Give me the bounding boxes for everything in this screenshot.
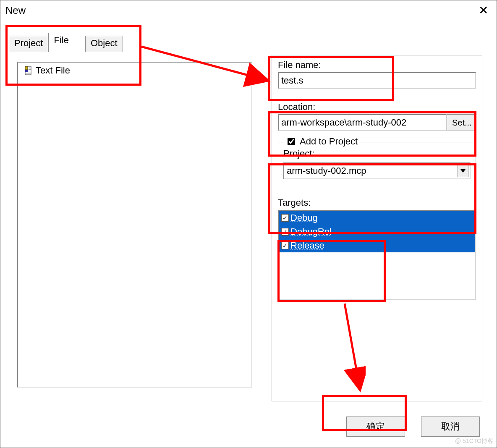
watermark: @ 51CTO博客: [455, 438, 493, 445]
project-label: Project:: [283, 148, 471, 159]
location-label: Location:: [278, 102, 476, 113]
file-name-label: File name:: [278, 60, 476, 71]
list-item[interactable]: Text File: [20, 65, 250, 76]
target-row[interactable]: ✓ Release: [279, 238, 475, 252]
titlebar: New ✕: [0, 0, 497, 19]
target-label: Debug: [290, 212, 318, 223]
add-to-project-label: Add to Project: [300, 136, 358, 147]
target-checkbox[interactable]: ✓: [281, 242, 289, 249]
dialog-body: Project File Object Text File: [7, 26, 490, 406]
file-name-field[interactable]: [278, 72, 476, 89]
project-selected-text: arm-study-002.mcp: [284, 165, 458, 176]
targets-label: Targets:: [278, 197, 476, 208]
target-checkbox[interactable]: ✓: [281, 228, 289, 236]
close-icon[interactable]: ✕: [474, 5, 492, 16]
dialog-buttons: 确定 取消: [346, 417, 480, 437]
target-label: Release: [290, 240, 324, 251]
svg-marker-6: [460, 169, 466, 173]
targets-list[interactable]: ✓ Debug ✓ DebugRel ✓ Release: [278, 210, 476, 300]
svg-rect-1: [25, 66, 28, 70]
target-checkbox[interactable]: ✓: [281, 214, 289, 222]
text-file-icon: [24, 66, 33, 75]
add-to-project-group: Add to Project Project: arm-study-002.mc…: [278, 142, 476, 187]
target-label: DebugRel: [290, 226, 332, 237]
text-file-label: Text File: [36, 65, 70, 76]
window-title: New: [5, 5, 26, 16]
location-field[interactable]: [278, 114, 447, 131]
right-panel: File name: Location: Set... Add to Proje…: [272, 55, 482, 401]
add-to-project-checkbox[interactable]: [288, 138, 295, 145]
tab-row: Project File Object: [9, 35, 123, 52]
tab-file[interactable]: File: [48, 33, 74, 52]
chevron-down-icon[interactable]: [458, 165, 468, 177]
target-row[interactable]: ✓ DebugRel: [279, 225, 475, 238]
set-button[interactable]: Set...: [447, 114, 476, 131]
new-dialog-window: New ✕ Project File Object: [0, 0, 497, 448]
target-row[interactable]: ✓ Debug: [279, 211, 475, 225]
cancel-button[interactable]: 取消: [421, 417, 480, 437]
ok-button[interactable]: 确定: [346, 417, 405, 437]
tab-object[interactable]: Object: [85, 36, 123, 52]
file-type-list[interactable]: Text File: [17, 62, 252, 388]
svg-rect-2: [25, 70, 28, 72]
project-select[interactable]: arm-study-002.mcp: [283, 162, 471, 179]
tab-project[interactable]: Project: [9, 36, 48, 52]
